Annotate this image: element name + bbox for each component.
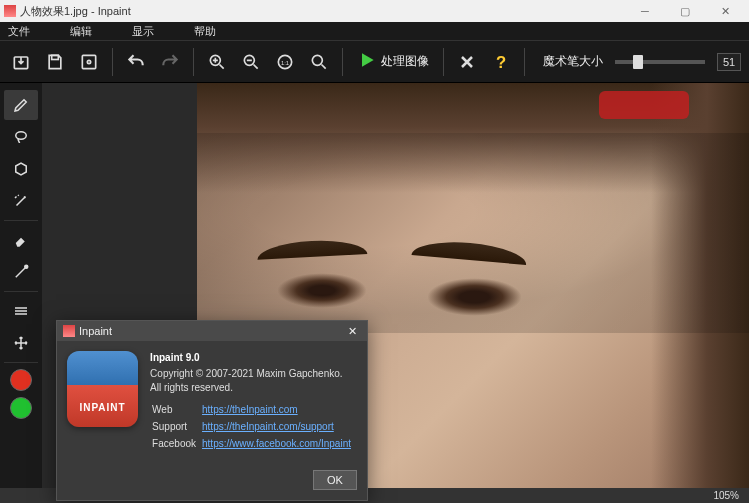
minimize-button[interactable]: ─ bbox=[625, 0, 665, 22]
lasso-tool[interactable] bbox=[4, 122, 38, 152]
separator bbox=[4, 291, 38, 292]
svg-point-3 bbox=[87, 60, 90, 63]
link-label: Facebook bbox=[152, 437, 200, 452]
brush-size-label: 魔术笔大小 bbox=[543, 53, 603, 70]
line-tool[interactable] bbox=[4, 257, 38, 287]
about-dialog: Inpaint ✕ INPAINT Inpaint 9.0 Copyright … bbox=[56, 320, 368, 501]
window-title: 人物效果1.jpg - Inpaint bbox=[20, 4, 625, 19]
help-button[interactable]: ? bbox=[486, 47, 516, 77]
red-color[interactable] bbox=[10, 369, 32, 391]
zoom-level: 105% bbox=[713, 490, 739, 501]
green-color[interactable] bbox=[10, 397, 32, 419]
svg-text:?: ? bbox=[496, 52, 506, 71]
cancel-button[interactable] bbox=[452, 47, 482, 77]
separator bbox=[4, 362, 38, 363]
zoom-out-button[interactable] bbox=[236, 47, 266, 77]
about-info: Inpaint 9.0 Copyright © 2007-2021 Maxim … bbox=[150, 351, 357, 454]
slider-thumb[interactable] bbox=[633, 55, 643, 69]
polygon-tool[interactable] bbox=[4, 154, 38, 184]
facebook-link[interactable]: https://www.facebook.com/Inpaint bbox=[202, 438, 351, 449]
ok-button[interactable]: OK bbox=[313, 470, 357, 490]
svg-point-8 bbox=[312, 55, 322, 65]
links-table: Webhttps://theInpaint.com Supporthttps:/… bbox=[150, 401, 357, 454]
redo-button[interactable] bbox=[155, 47, 185, 77]
sidebar bbox=[0, 83, 42, 488]
app-logo-icon: INPAINT bbox=[67, 351, 138, 427]
svg-text:1:1: 1:1 bbox=[281, 59, 289, 65]
svg-rect-1 bbox=[52, 55, 59, 59]
svg-point-11 bbox=[25, 265, 28, 268]
rights-text: All rights reserved. bbox=[150, 381, 357, 395]
svg-point-10 bbox=[16, 132, 27, 140]
maximize-button[interactable]: ▢ bbox=[665, 0, 705, 22]
dialog-footer: OK bbox=[57, 464, 367, 500]
marker-tool[interactable] bbox=[4, 90, 38, 120]
link-label: Support bbox=[152, 420, 200, 435]
process-label: 处理图像 bbox=[381, 53, 429, 70]
dialog-close-button[interactable]: ✕ bbox=[344, 325, 361, 338]
zoom-in-button[interactable] bbox=[202, 47, 232, 77]
undo-button[interactable] bbox=[121, 47, 151, 77]
dialog-app-icon bbox=[63, 325, 75, 337]
process-button[interactable]: 处理图像 bbox=[351, 50, 435, 73]
version-heading: Inpaint 9.0 bbox=[150, 351, 357, 365]
separator bbox=[4, 220, 38, 221]
dialog-title: Inpaint bbox=[79, 325, 344, 337]
move-tool[interactable] bbox=[4, 328, 38, 358]
magic-wand-tool[interactable] bbox=[4, 186, 38, 216]
copyright-text: Copyright © 2007-2021 Maxim Gapchenko. bbox=[150, 367, 357, 381]
separator bbox=[112, 48, 113, 76]
menu-file[interactable]: 文件 bbox=[8, 24, 30, 39]
separator bbox=[342, 48, 343, 76]
save-button[interactable] bbox=[40, 47, 70, 77]
play-icon bbox=[357, 50, 377, 73]
dialog-body: INPAINT Inpaint 9.0 Copyright © 2007-202… bbox=[57, 341, 367, 464]
open-button[interactable] bbox=[6, 47, 36, 77]
filename: 人物效果1.jpg bbox=[20, 5, 88, 17]
separator bbox=[443, 48, 444, 76]
reference-tool[interactable] bbox=[4, 296, 38, 326]
separator bbox=[193, 48, 194, 76]
menu-view[interactable]: 显示 bbox=[132, 24, 154, 39]
zoom-100-button[interactable]: 1:1 bbox=[270, 47, 300, 77]
brush-size-slider[interactable] bbox=[615, 60, 705, 64]
support-link[interactable]: https://theInpaint.com/support bbox=[202, 421, 334, 432]
link-label: Web bbox=[152, 403, 200, 418]
appname: Inpaint bbox=[98, 5, 131, 17]
eraser-tool[interactable] bbox=[4, 225, 38, 255]
app-icon bbox=[4, 5, 16, 17]
zoom-fit-button[interactable] bbox=[304, 47, 334, 77]
close-button[interactable]: ✕ bbox=[705, 0, 745, 22]
svg-rect-2 bbox=[82, 55, 95, 68]
toolbar: 1:1 处理图像 ? 魔术笔大小 bbox=[0, 40, 749, 83]
menubar: 文件 编辑 显示 帮助 bbox=[0, 22, 749, 40]
web-link[interactable]: https://theInpaint.com bbox=[202, 404, 298, 415]
menu-help[interactable]: 帮助 bbox=[194, 24, 216, 39]
menu-edit[interactable]: 编辑 bbox=[70, 24, 92, 39]
brush-size-input[interactable] bbox=[717, 53, 741, 71]
dialog-titlebar: Inpaint ✕ bbox=[57, 321, 367, 341]
batch-button[interactable] bbox=[74, 47, 104, 77]
separator bbox=[524, 48, 525, 76]
titlebar: 人物效果1.jpg - Inpaint ─ ▢ ✕ bbox=[0, 0, 749, 22]
selection-mark bbox=[599, 91, 689, 119]
